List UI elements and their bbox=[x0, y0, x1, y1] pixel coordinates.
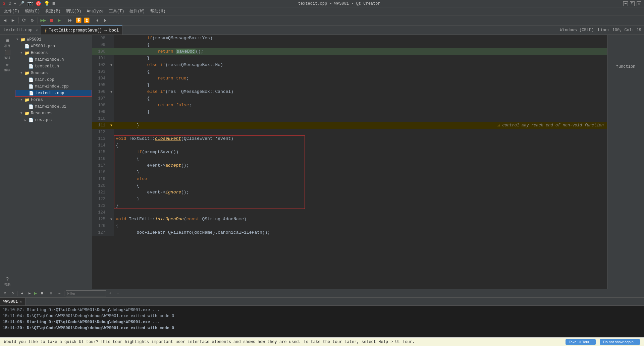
line-fold-arrow[interactable] bbox=[109, 176, 114, 182]
line-fold-arrow[interactable] bbox=[109, 102, 114, 109]
line-fold-arrow[interactable] bbox=[109, 209, 114, 216]
tree-item-textedit-h[interactable]: 📄 textedit.h bbox=[15, 63, 92, 70]
line-fold-arrow[interactable] bbox=[109, 196, 114, 203]
line-number: 124 bbox=[92, 209, 109, 216]
line-fold-arrow[interactable]: ▼ bbox=[109, 89, 114, 95]
line-fold-arrow[interactable] bbox=[109, 182, 114, 189]
code-line-103: 103 { bbox=[92, 68, 607, 75]
btab-wps001-close[interactable]: ✕ bbox=[20, 300, 22, 304]
output-filter-input[interactable] bbox=[66, 290, 106, 296]
toolbar-nav-next[interactable]: ⏵ bbox=[102, 17, 109, 24]
tree-item-wps001[interactable]: ▼ 📁 WPS001 bbox=[15, 36, 92, 43]
tab-textedit[interactable]: textedit.cpp ✕ bbox=[0, 25, 41, 35]
action-help[interactable]: ?帮助 bbox=[1, 276, 14, 287]
window-title: textedit.cpp - WPS001 - Qt Creator bbox=[55, 1, 623, 6]
tree-item-res-qrc[interactable]: ▶ 📄 res.qrc bbox=[15, 117, 92, 123]
tree-item-sources[interactable]: ▼ 📁 Sources bbox=[15, 70, 92, 76]
tree-item-main-cpp[interactable]: 📄 main.cpp bbox=[15, 76, 92, 83]
close-button[interactable]: ✕ bbox=[637, 1, 641, 6]
tree-item-mainwindow-h[interactable]: 📄 mainwindow.h bbox=[15, 56, 92, 63]
toolbar-back[interactable]: ◀ bbox=[1, 17, 9, 24]
line-fold-arrow[interactable] bbox=[109, 135, 114, 142]
action-edit[interactable]: ✏编辑 bbox=[1, 61, 14, 72]
menu-tools[interactable]: 工具(T) bbox=[106, 8, 127, 15]
line-fold-arrow[interactable] bbox=[109, 95, 114, 102]
menu-debug[interactable]: 调试(D) bbox=[63, 8, 84, 15]
toolbar-step-in[interactable]: ⏬ bbox=[75, 17, 82, 24]
filter-add[interactable]: + bbox=[107, 291, 114, 296]
bottom-toolbar-stop[interactable]: ⏹ bbox=[38, 290, 46, 296]
menu-analyze[interactable]: Analyze bbox=[84, 8, 106, 14]
minimize-button[interactable]: — bbox=[623, 1, 628, 6]
toolbar-step-over[interactable]: ⏭ bbox=[67, 17, 74, 24]
bottom-panel: ⊕ ⊖ ◀ ▶ ▶ ⏹ ⏸ ⋯ + − WPS001 ✕ 15:10:57: S… bbox=[0, 289, 644, 337]
line-fold-arrow[interactable] bbox=[109, 229, 114, 236]
action-project[interactable]: ⊞项目 bbox=[1, 37, 14, 48]
tree-item-textedit-cpp[interactable]: 📄 textedit.cpp bbox=[15, 90, 92, 97]
toolbar-run-debug[interactable]: ▶▶ bbox=[40, 17, 47, 24]
tree-item-wps001pro[interactable]: 📄 WPS001.pro bbox=[15, 43, 92, 50]
bottom-toolbar-settings[interactable]: ⋯ bbox=[56, 290, 63, 296]
take-tour-button[interactable]: Take UI Tour... bbox=[566, 339, 596, 345]
line-fold-arrow[interactable] bbox=[109, 109, 114, 115]
menu-widgets[interactable]: 控件(W) bbox=[127, 8, 148, 15]
toolbar-play[interactable]: ▶ bbox=[56, 17, 63, 24]
toolbar-forward[interactable]: ▶ bbox=[9, 17, 17, 24]
toolbar-step-out[interactable]: ⏫ bbox=[83, 17, 90, 24]
bottom-toolbar-run[interactable]: ▶ bbox=[34, 290, 37, 296]
line-number: 120 bbox=[92, 182, 109, 189]
menu-file[interactable]: 文件(F) bbox=[1, 8, 22, 15]
line-fold-arrow[interactable]: ▼ bbox=[109, 122, 114, 129]
line-code: { bbox=[114, 142, 607, 149]
toolbar-settings[interactable]: ⚙ bbox=[29, 17, 36, 24]
menu-help[interactable]: 帮助(H) bbox=[148, 8, 168, 15]
bottom-toolbar-btn-clear[interactable]: ⊕ bbox=[2, 290, 8, 296]
line-fold-arrow[interactable] bbox=[109, 42, 114, 48]
bottom-toolbar-pause[interactable]: ⏸ bbox=[47, 290, 55, 296]
tab-textedit-close[interactable]: ✕ bbox=[36, 28, 38, 32]
action-debug[interactable]: ⬛调试 bbox=[1, 49, 14, 60]
maximize-button[interactable]: □ bbox=[630, 1, 635, 6]
line-fold-arrow[interactable]: ▼ bbox=[109, 216, 114, 223]
line-fold-arrow[interactable] bbox=[109, 142, 114, 149]
toolbar-nav-prev[interactable]: ⏴ bbox=[94, 17, 101, 24]
line-fold-arrow[interactable] bbox=[109, 75, 114, 82]
dismiss-tour-button[interactable]: Do not show again... bbox=[600, 339, 640, 345]
line-fold-arrow[interactable]: ▼ bbox=[109, 62, 114, 68]
tab-promptsave[interactable]: ⨍ TextEdit::promptSave() → bool bbox=[41, 25, 122, 35]
tree-item-forms[interactable]: ▼ 📁 Forms bbox=[15, 97, 92, 103]
menu-edit[interactable]: 编辑(E) bbox=[22, 8, 43, 15]
bottom-toolbar-prev[interactable]: ◀ bbox=[19, 290, 25, 296]
toolbar-stop[interactable]: ⏹ bbox=[48, 17, 55, 24]
line-fold-arrow[interactable] bbox=[109, 189, 114, 196]
line-fold-arrow[interactable] bbox=[109, 55, 114, 62]
line-fold-arrow[interactable] bbox=[109, 223, 114, 229]
line-fold-arrow[interactable] bbox=[109, 35, 114, 42]
line-fold-arrow[interactable] bbox=[109, 169, 114, 176]
btab-wps001[interactable]: WPS001 ✕ bbox=[0, 298, 25, 305]
line-fold-arrow[interactable] bbox=[109, 82, 114, 89]
toolbar-refresh[interactable]: ⟳ bbox=[20, 17, 28, 24]
tree-item-resources[interactable]: ▼ 📁 Resources bbox=[15, 110, 92, 117]
bottom-toolbar-next[interactable]: ▶ bbox=[26, 290, 33, 296]
line-fold-arrow[interactable] bbox=[109, 68, 114, 75]
bottom-toolbar-btn-collapse[interactable]: ⊖ bbox=[10, 290, 16, 296]
menu-build[interactable]: 构建(B) bbox=[43, 8, 63, 15]
line-fold-arrow[interactable] bbox=[109, 149, 114, 156]
line-fold-arrow[interactable] bbox=[109, 129, 114, 135]
line-fold-arrow[interactable] bbox=[109, 48, 114, 55]
line-fold-arrow[interactable] bbox=[109, 115, 114, 122]
tree-item-mainwindow-cpp[interactable]: 📄 mainwindow.cpp bbox=[15, 83, 92, 90]
code-content: 98 if(res==QMessageBox::Yes) 99 { 100 re… bbox=[92, 35, 607, 289]
filter-remove[interactable]: − bbox=[115, 291, 121, 296]
tree-item-mainwindow-ui[interactable]: 📄 mainwindow.ui bbox=[15, 103, 92, 110]
code-line-105: 105 } bbox=[92, 82, 607, 89]
wps-action-bar: ⊞项目 ⬛调试 ✏编辑 ?帮助 bbox=[0, 35, 15, 289]
line-fold-arrow[interactable] bbox=[109, 203, 114, 209]
file-tree-sidebar: ▼ 📁 WPS001 📄 WPS001.pro ▼ 📁 Headers 📄 ma… bbox=[15, 35, 92, 289]
folder-icon: 📁 bbox=[24, 111, 30, 116]
line-fold-arrow[interactable] bbox=[109, 156, 114, 162]
code-editor[interactable]: 98 if(res==QMessageBox::Yes) 99 { 100 re… bbox=[92, 35, 607, 289]
tree-item-headers[interactable]: ▼ 📁 Headers bbox=[15, 50, 92, 56]
line-fold-arrow[interactable] bbox=[109, 162, 114, 169]
